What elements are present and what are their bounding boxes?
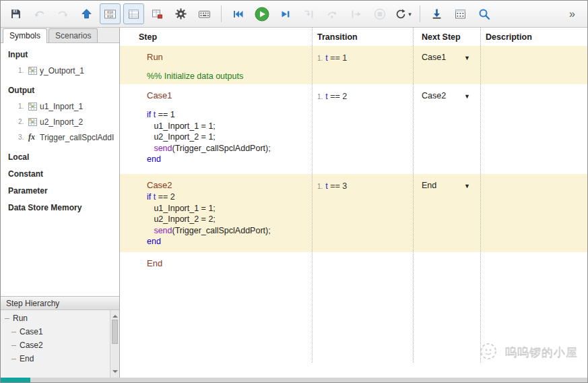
tab-symbols[interactable]: Symbols bbox=[3, 28, 47, 43]
step-hierarchy-panel: RunCase1Case2End bbox=[1, 310, 119, 378]
transition-entry: 1.t == 2 bbox=[317, 91, 410, 102]
code-line: if t == 2 bbox=[147, 192, 309, 203]
symbol-label: Trigger_callSpclAddI bbox=[40, 133, 114, 142]
toolbar: 010010▾» bbox=[1, 1, 587, 28]
next-step-dropdown-icon: ▼ bbox=[464, 91, 470, 102]
next-step-cell[interactable]: End▼ bbox=[413, 174, 480, 252]
symbol-item-trigger-callspcladdi[interactable]: 3.fxTrigger_callSpclAddI bbox=[8, 129, 119, 145]
symbol-input-editor-button[interactable] bbox=[194, 3, 215, 24]
step-into-icon bbox=[303, 9, 315, 20]
chevron-double-icon: » bbox=[569, 9, 575, 20]
code-line: send(Trigger_callSpclAddPort); bbox=[147, 143, 309, 154]
toggle-steps-view-button[interactable] bbox=[123, 3, 144, 24]
hierarchy-item-label: Case1 bbox=[20, 327, 43, 336]
symbol-label: u1_Inport_1 bbox=[40, 102, 83, 111]
transition-cell[interactable]: 1.t == 1 bbox=[312, 46, 413, 84]
description-cell[interactable] bbox=[480, 84, 587, 174]
run-button[interactable] bbox=[251, 3, 272, 24]
run-mode-button[interactable]: ▾ bbox=[393, 3, 414, 24]
description-cell[interactable] bbox=[480, 46, 587, 84]
step-cell-end[interactable]: End bbox=[120, 252, 312, 378]
symbol-index: 3. bbox=[18, 134, 28, 141]
data-grid-icon bbox=[28, 102, 40, 111]
hierarchy-item-label: Run bbox=[13, 314, 28, 323]
symbol-item-u1-inport-1[interactable]: 1.u1_Inport_1 bbox=[8, 98, 119, 114]
steps-table: StepTransitionNext StepDescription Run%%… bbox=[120, 28, 587, 378]
code-line: u2_Inport_2 = 2; bbox=[147, 214, 309, 225]
next-step-cell[interactable]: Case1▼ bbox=[413, 46, 480, 84]
find-button[interactable] bbox=[473, 3, 494, 24]
step-over-icon bbox=[327, 9, 338, 20]
stop-button[interactable] bbox=[369, 3, 390, 24]
more-tools-button[interactable]: » bbox=[562, 3, 583, 24]
table-body: Run%% Initialize data outputs1.t == 1Cas… bbox=[120, 46, 587, 378]
transition-cell[interactable] bbox=[312, 252, 413, 378]
hierarchy-item-case1[interactable]: Case1 bbox=[11, 325, 110, 338]
transition-index: 1. bbox=[317, 183, 323, 190]
hierarchy-scrollbar[interactable] bbox=[110, 310, 119, 378]
loop-icon bbox=[395, 8, 407, 20]
hierarchy-item-case2[interactable]: Case2 bbox=[11, 338, 110, 352]
tab-scenarios[interactable]: Scenarios bbox=[48, 28, 98, 42]
watermark-text: 呜呜锣的小屋 bbox=[505, 345, 578, 361]
next-step-cell[interactable]: Case2▼ bbox=[413, 84, 480, 174]
redo-button[interactable] bbox=[53, 3, 73, 24]
grid-dots-icon bbox=[455, 9, 466, 20]
add-output-button[interactable] bbox=[147, 3, 168, 24]
step-cell-case2[interactable]: Case2if t == 2 u1_Inport_1 = 1; u2_Inpor… bbox=[120, 174, 312, 252]
step-cell-case1[interactable]: Case1if t == 1 u1_Inport_1 = 1; u2_Inpor… bbox=[120, 84, 312, 174]
next-step-cell bbox=[413, 252, 480, 378]
export-button[interactable] bbox=[426, 3, 447, 24]
go-to-first-step-button[interactable] bbox=[228, 3, 249, 24]
transition-index: 1. bbox=[317, 93, 323, 100]
step-row-case2: Case2if t == 2 u1_Inport_1 = 1; u2_Inpor… bbox=[120, 174, 587, 252]
play-circle-icon bbox=[255, 7, 269, 22]
symbols-panel: Input1.y_Outport_1Output1.u1_Inport_12.u… bbox=[1, 43, 119, 296]
undo-button[interactable] bbox=[29, 3, 50, 24]
code-line: send(Trigger_callSpclAddPort); bbox=[147, 225, 309, 237]
redo-icon bbox=[57, 8, 69, 20]
data-grid-icon bbox=[28, 118, 40, 126]
transition-cell[interactable]: 1.t == 2 bbox=[312, 84, 413, 174]
save-button[interactable] bbox=[5, 3, 26, 24]
code-line bbox=[147, 63, 309, 71]
footer-accent bbox=[1, 378, 30, 382]
symbol-index: 1. bbox=[18, 67, 28, 74]
step-into-button[interactable] bbox=[298, 3, 319, 24]
scrollbar-thumb[interactable] bbox=[112, 320, 118, 344]
code-line: u1_Inport_1 = 1; bbox=[147, 203, 309, 214]
hierarchy-item-run[interactable]: Run bbox=[5, 312, 110, 325]
test-sequence-editor-window: 010010▾» SymbolsScenarios Input1.y_Outpo… bbox=[0, 0, 588, 383]
symbol-item-y-outport-1[interactable]: 1.y_Outport_1 bbox=[8, 63, 119, 78]
step-out-button[interactable] bbox=[346, 3, 366, 24]
up-arrow-icon bbox=[81, 8, 92, 20]
code-line: end bbox=[147, 154, 309, 165]
symbol-item-u2-inport-2[interactable]: 2.u2_Inport_2 bbox=[8, 114, 119, 129]
scroll-up-icon[interactable] bbox=[112, 312, 118, 318]
code-line: end bbox=[147, 236, 309, 247]
next-step-value: Case2 bbox=[422, 91, 446, 100]
transition-cell[interactable]: 1.t == 3 bbox=[312, 174, 413, 252]
dropdown-caret-icon: ▾ bbox=[408, 11, 412, 18]
scroll-down-icon[interactable] bbox=[112, 370, 118, 376]
settings-button[interactable] bbox=[170, 3, 191, 24]
hierarchy-item-label: Case2 bbox=[20, 341, 43, 350]
fx-icon: fx bbox=[28, 132, 40, 142]
description-cell[interactable] bbox=[480, 174, 587, 252]
go-up-to-parent-button[interactable] bbox=[76, 3, 97, 24]
step-row-run: Run%% Initialize data outputs1.t == 1Cas… bbox=[120, 46, 587, 84]
symbol-section-local: Local bbox=[8, 152, 119, 162]
toggle-symbols-view-button[interactable]: 010010 bbox=[100, 3, 121, 24]
next-step-value: End bbox=[422, 181, 436, 190]
hierarchy-item-end[interactable]: End bbox=[11, 352, 110, 365]
step-over-button[interactable] bbox=[322, 3, 343, 24]
step-row-case1: Case1if t == 1 u1_Inport_1 = 1; u2_Inpor… bbox=[120, 84, 587, 174]
sidebar-tabs: SymbolsScenarios bbox=[1, 28, 119, 43]
step-cell-run[interactable]: Run%% Initialize data outputs bbox=[120, 46, 312, 84]
step-name: End bbox=[147, 258, 309, 270]
gear-icon bbox=[175, 8, 187, 20]
watermark-icon bbox=[478, 341, 501, 364]
step-forward-button[interactable] bbox=[275, 3, 296, 24]
data-inspector-button[interactable] bbox=[450, 3, 471, 24]
floppy-icon bbox=[10, 8, 22, 20]
